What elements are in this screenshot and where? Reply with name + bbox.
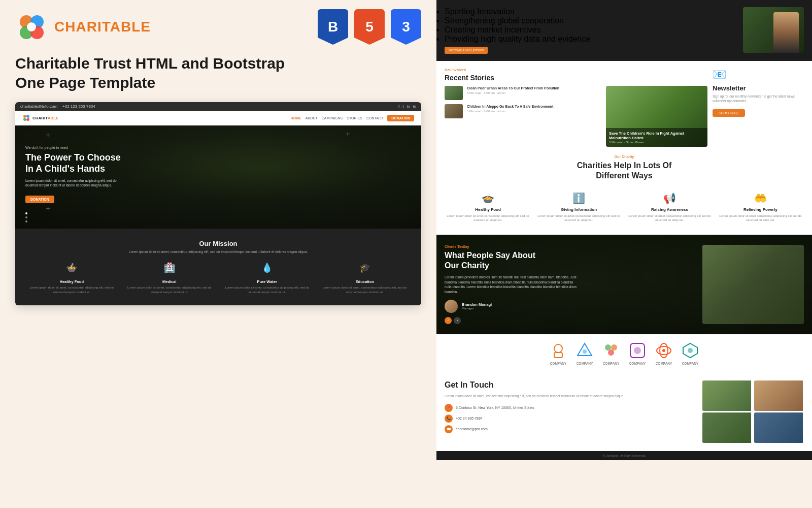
testimonial-name: Brandon Monagi [462,302,492,307]
list-item: Sporting Innovation [445,7,737,16]
story-item-1: Clean Poor Urban Areas To Our Protect Fr… [445,86,600,100]
story-meta-1: 5 Min read · 6:00 am · admin [467,91,559,94]
mission-card-food: 🍲 Healthy Food Lorem ipsum dolor sit ame… [25,262,118,294]
story-item-2: Children In Aleppo Go Back To A Safe Env… [445,104,600,118]
mission-card-medical: 🏥 Medical Lorem ipsum dolor sit amet, co… [123,262,216,294]
main-title: Charitable Trust HTML and Bootstrap One … [0,54,436,102]
stories-grid: Clean Poor Urban Areas To Our Protect Fr… [445,86,707,147]
nav-campaigns[interactable]: CAMPAIGNS [322,116,343,120]
hero-content: We do it for people in need The Power To… [25,146,411,203]
hero-desc: Lorem ipsum dolor sit amet, consectetur … [25,178,127,187]
stories-featured-title: Save The Children's Role In Fight Agains… [609,131,704,141]
mission-card-education: 🎓 Education Lorem ipsum dolor sit amet, … [319,262,412,294]
contact-phone: 📞 +02 24 935 7894 [445,415,694,423]
newsletter-title: Newsletter [713,84,804,92]
mission-card-title-water: Pure Water [221,279,314,284]
partner-name-6: COMPANY [681,362,699,365]
list-item: Strengthening global cooperation [445,16,737,25]
newsletter-btn[interactable]: SUBSCRIBE [713,109,745,117]
story-headline-1: Clean Poor Urban Areas To Our Protect Fr… [467,86,559,90]
preview-frame: charitable@info.com +02 123 263 7804 f t… [15,102,421,305]
stories-section: Get Involved Recent Stories Clean Poor U… [445,68,707,147]
social-f: f [398,104,399,109]
hero-dot-1 [25,212,27,214]
stories-featured-meta: 5 Min read · Simon Power [609,141,704,144]
nav-home[interactable]: HOME [291,116,301,120]
partner-name-1: COMPANY [549,362,567,365]
mini-nav-logo: CHARITABLE [22,114,58,122]
mission-card-desc-education: Lorem ipsum dolor sit amet, consectetur … [319,285,412,294]
svg-point-4 [27,22,36,31]
hero-subtitle: We do it for people in need [25,146,411,149]
contact-desc: Lorem ipsum dolor sit amet, consectetur … [445,394,694,399]
contact-email: ✉️ charitable@pro.com [445,425,694,433]
testimonial-image [702,245,804,324]
right-top-image [743,7,804,53]
mini-nav-links: HOME ABOUT CAMPAIGNS STORIES CONTACT DON… [291,115,414,121]
stories-list: Clean Poor Urban Areas To Our Protect Fr… [445,86,600,147]
mini-topbar: charitable@info.com +02 123 263 7804 f t… [15,102,421,111]
logo-text: CHARITABLE [54,19,151,35]
testimonial-avatar [445,300,458,313]
testimonial-next-btn[interactable]: › [454,317,461,324]
charity-card-title-awareness: Raising Awareness [628,207,711,212]
nav-about[interactable]: ABOUT [306,116,318,120]
hero-dot-2 [25,216,27,218]
medical-icon: 🏥 [162,262,177,276]
css3-badge: 3 [391,9,421,45]
nav-donate-btn[interactable]: DONATION [387,115,414,121]
contact-img-1 [702,380,753,411]
hero-cross-3: + [46,204,50,213]
contact-address: 📍 6 Contoso St, New York, NY 10065, Unit… [445,404,694,412]
contact-left: Get In Touch Lorem ipsum dolor sit amet,… [445,380,694,443]
contact-info: 📍 6 Contoso St, New York, NY 10065, Unit… [445,404,694,433]
charity-card-title-food: Healthy Food [447,207,529,212]
mission-card-title-education: Education [319,279,412,284]
svg-point-21 [662,349,665,352]
volunteer-btn[interactable]: BECOME A VOLUNTEER [445,47,488,54]
testimonial-role: Manager [462,307,492,310]
nav-contact[interactable]: CONTACT [366,116,383,120]
mini-hero: + + + We do it for people in need The Po… [15,125,421,229]
contact-title: Get In Touch [445,380,694,390]
stories-featured: Save The Children's Role In Fight Agains… [606,86,707,147]
svg-point-9 [25,117,27,119]
social-li: in [413,104,416,109]
newsletter-desc: Sign up for our monthly newsletter to ge… [713,94,804,103]
hero-cross-1: + [46,131,50,140]
charity-card-info: ℹ️ Giving Information Lorem ipsum dolor … [535,188,622,227]
hero-donate-btn[interactable]: DONATION [25,196,54,203]
charity-card-food: 🍲 Healthy Food Lorem ipsum dolor sit ame… [445,188,531,227]
topbar-phone: +02 123 263 7804 [62,104,95,109]
charity-card-poverty: 🤲 Relieving Poverty Lorem ipsum dolor si… [717,188,804,227]
testimonial-left: Clients Tesilay What People Say AboutOur… [445,245,695,324]
partner-name-2: COMPANY [576,362,594,365]
mission-card-title-food: Healthy Food [25,279,118,284]
partners-section: COMPANY COMPANY COMPANY [436,334,812,372]
testimonial-person: Brandon Monagi Manager [445,300,695,313]
social-i: in [407,104,410,109]
stories-label: Get Involved [445,68,707,72]
footer-text: ©Charitable. All Right Reserved. [602,454,646,457]
contact-section: Get In Touch Lorem ipsum dolor sit amet,… [436,372,812,451]
topbar-email: charitable@info.com [20,104,57,109]
stories-featured-overlay: Save The Children's Role In Fight Agains… [606,128,707,147]
story-thumb-1 [445,86,463,100]
svg-point-13 [583,350,587,354]
partner-name-5: COMPANY [655,362,673,365]
contact-img-3 [702,412,753,443]
contact-grid [702,380,804,443]
testimonial-nav: ‹ › [445,317,695,324]
social-t: t [402,104,403,109]
nav-stories[interactable]: STORIES [347,116,362,120]
hero-cross-2: + [346,130,350,139]
charity-card-desc-poverty: Lorem ipsum dolor sit amet consectetur a… [719,214,802,223]
partner-name-4: COMPANY [628,362,647,365]
mission-card-desc-water: Lorem ipsum dolor sit amet, consectetur … [221,285,314,294]
right-top-section: Sporting Innovation Strengthening global… [436,0,812,61]
svg-point-14 [605,344,611,351]
charity-card-desc-food: Lorem ipsum dolor sit amet consectetur a… [447,214,529,223]
svg-point-18 [634,347,641,354]
testimonial-prev-btn[interactable]: ‹ [445,317,452,324]
mission-card-title-medical: Medical [123,279,216,284]
